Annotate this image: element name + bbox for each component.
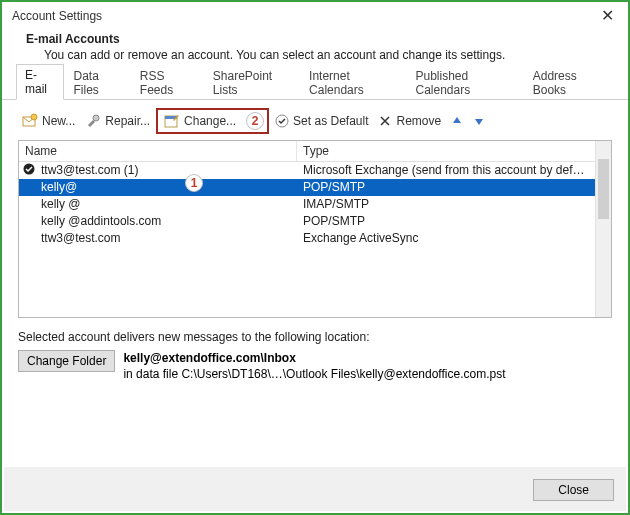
account-name: ttw3@test.com (1)	[19, 162, 297, 179]
tab-strip: E-mail Data Files RSS Feeds SharePoint L…	[2, 78, 628, 100]
window-title: Account Settings	[12, 9, 102, 23]
accounts-list[interactable]: Name Type ttw3@test.com (1) Microsoft Ex…	[18, 140, 612, 318]
tools-icon	[85, 113, 101, 129]
account-type: Exchange ActiveSync	[297, 230, 611, 247]
svg-point-1	[31, 114, 37, 120]
tab-published-calendars[interactable]: Published Calendars	[407, 65, 524, 100]
list-rows: ttw3@test.com (1) Microsoft Exchange (se…	[19, 162, 611, 247]
toolbar: New... Repair... Change... 2 Set as Defa…	[2, 100, 628, 140]
account-row[interactable]: ttw3@test.com Exchange ActiveSync	[19, 230, 611, 247]
change-button-label: Change...	[184, 114, 236, 128]
new-button-label: New...	[42, 114, 75, 128]
annotation-box-2: Change... 2	[156, 108, 269, 134]
repair-button[interactable]: Repair...	[81, 111, 154, 131]
account-row[interactable]: kelly @ IMAP/SMTP	[19, 196, 611, 213]
annotation-badge-1: 1	[185, 174, 203, 192]
set-default-button-label: Set as Default	[293, 114, 368, 128]
delivery-text: kelly@extendoffice.com\Inbox in data fil…	[123, 350, 505, 382]
account-name: ttw3@test.com	[19, 230, 297, 247]
mail-new-icon	[22, 113, 38, 129]
remove-button-label: Remove	[396, 114, 441, 128]
tab-email[interactable]: E-mail	[16, 64, 64, 100]
scrollbar-thumb[interactable]	[598, 159, 609, 219]
account-type: POP/SMTP	[297, 179, 611, 196]
set-default-button[interactable]: Set as Default	[271, 112, 372, 130]
delivery-intro: Selected account delivers new messages t…	[2, 318, 628, 346]
list-header: Name Type	[19, 141, 611, 162]
tab-address-books[interactable]: Address Books	[524, 65, 614, 100]
account-row[interactable]: ttw3@test.com (1) Microsoft Exchange (se…	[19, 162, 611, 179]
delivery-datafile: in data file C:\Users\DT168\…\Outlook Fi…	[123, 367, 505, 381]
close-button[interactable]: Close	[533, 479, 614, 501]
move-up-button[interactable]	[447, 113, 467, 129]
account-row[interactable]: kelly @addintools.com POP/SMTP	[19, 213, 611, 230]
change-icon	[164, 113, 180, 129]
change-button[interactable]: Change...	[160, 111, 240, 131]
remove-x-icon	[378, 114, 392, 128]
svg-point-2	[93, 115, 99, 121]
tab-internet-calendars[interactable]: Internet Calendars	[300, 65, 406, 100]
tab-rss-feeds[interactable]: RSS Feeds	[131, 65, 204, 100]
account-name: kelly@	[19, 179, 297, 196]
repair-button-label: Repair...	[105, 114, 150, 128]
header-subtitle: You can add or remove an account. You ca…	[26, 48, 604, 62]
delivery-row: Change Folder kelly@extendoffice.com\Inb…	[2, 346, 628, 382]
account-type: IMAP/SMTP	[297, 196, 611, 213]
column-header-type[interactable]: Type	[297, 141, 611, 161]
title-bar: Account Settings ✕	[2, 2, 628, 28]
account-name: kelly @	[19, 196, 297, 213]
change-folder-button[interactable]: Change Folder	[18, 350, 115, 372]
header-title: E-mail Accounts	[26, 32, 604, 46]
delivery-location: kelly@extendoffice.com\Inbox	[123, 351, 295, 365]
arrow-down-icon	[473, 115, 485, 127]
account-type: POP/SMTP	[297, 213, 611, 230]
annotation-badge-2: 2	[246, 112, 264, 130]
default-account-icon	[23, 163, 35, 175]
account-type: Microsoft Exchange (send from this accou…	[297, 162, 611, 179]
remove-button[interactable]: Remove	[374, 112, 445, 130]
new-button[interactable]: New...	[18, 111, 79, 131]
arrow-up-icon	[451, 115, 463, 127]
check-circle-icon	[275, 114, 289, 128]
tab-data-files[interactable]: Data Files	[64, 65, 130, 100]
vertical-scrollbar[interactable]	[595, 141, 611, 317]
account-row[interactable]: kelly@ POP/SMTP	[19, 179, 611, 196]
account-settings-dialog: Account Settings ✕ E-mail Accounts You c…	[2, 2, 628, 513]
account-name: kelly @addintools.com	[19, 213, 297, 230]
column-header-name[interactable]: Name	[19, 141, 297, 161]
close-icon[interactable]: ✕	[595, 8, 620, 24]
tab-sharepoint-lists[interactable]: SharePoint Lists	[204, 65, 300, 100]
move-down-button[interactable]	[469, 113, 489, 129]
